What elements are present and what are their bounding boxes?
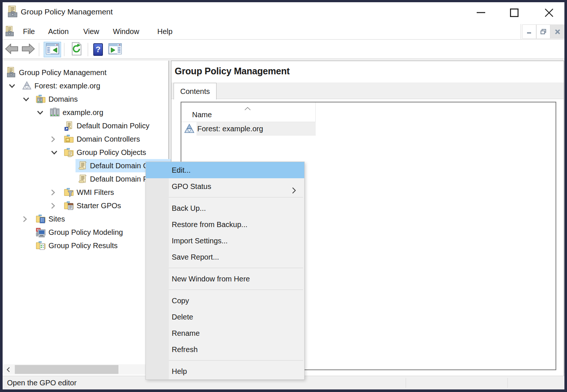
tab-contents[interactable]: Contents xyxy=(174,83,217,99)
domain-controllers-folder-icon xyxy=(62,132,76,146)
tree-item-label: Group Policy Results xyxy=(48,241,118,250)
menu-window[interactable]: Window xyxy=(107,24,145,39)
forest-icon xyxy=(184,124,195,134)
chevron-right-icon[interactable] xyxy=(48,186,62,199)
menu-item-back-up[interactable]: Back Up... xyxy=(146,200,304,216)
chevron-down-icon[interactable] xyxy=(20,92,34,106)
menu-view[interactable]: View xyxy=(77,24,105,39)
action-pane-icon xyxy=(108,43,122,56)
menu-item-delete[interactable]: Delete xyxy=(146,309,304,325)
menu-item-gpo-status[interactable]: GPO Status xyxy=(146,178,304,195)
menu-item-edit[interactable]: Edit... xyxy=(146,162,304,178)
menu-item-restore-from-backup[interactable]: Restore from Backup... xyxy=(146,216,304,233)
toolbar-separator xyxy=(39,43,39,56)
column-header-label: Name xyxy=(192,111,212,119)
chevron-down-icon[interactable] xyxy=(48,146,62,159)
menu-bar: File Action View Window Help xyxy=(3,24,564,40)
tree-item-label: Starter GPOs xyxy=(77,202,121,210)
menu-item-new-window-from-here[interactable]: New Window from Here xyxy=(146,271,304,287)
menu-separator xyxy=(169,360,303,361)
back-button[interactable] xyxy=(4,42,20,57)
show-action-pane-button[interactable] xyxy=(106,42,124,57)
forward-arrow-icon xyxy=(21,44,35,55)
tree-item-group-policy-results[interactable]: Group Policy Results xyxy=(34,239,118,252)
gpmc-icon xyxy=(4,66,18,79)
tree-item-label: WMI Filters xyxy=(77,188,114,197)
tree-item-label: example.org xyxy=(63,108,103,117)
menu-separator xyxy=(169,268,303,268)
domains-folder-icon xyxy=(34,92,47,106)
tree-item-label: Domain Controllers xyxy=(77,135,140,143)
status-separator xyxy=(507,378,508,388)
toolbar-separator xyxy=(64,43,64,56)
menu-item-import-settings[interactable]: Import Settings... xyxy=(146,233,304,249)
forest-icon xyxy=(20,79,33,92)
refresh-icon xyxy=(71,42,83,57)
mdi-minimize-button[interactable] xyxy=(522,24,536,39)
tree-item-default-domain-policy-link[interactable]: Default Domain Policy xyxy=(62,119,150,132)
minimize-button[interactable] xyxy=(472,4,490,21)
gpo-link-icon xyxy=(62,119,76,132)
mdi-close-button[interactable] xyxy=(550,24,564,39)
tree-item-forest[interactable]: Forest: example.org xyxy=(6,79,100,92)
scrollbar-thumb[interactable] xyxy=(15,365,118,374)
menu-item-label: GPO Status xyxy=(172,182,211,190)
column-header-name[interactable]: Name xyxy=(181,102,316,122)
menu-item-copy[interactable]: Copy xyxy=(146,293,304,309)
tree-item-group-policy-management[interactable]: Group Policy Management xyxy=(4,66,107,79)
back-arrow-icon xyxy=(5,44,19,55)
tree-item-example-org[interactable]: example.org xyxy=(34,106,103,119)
tab-label: Contents xyxy=(180,87,210,96)
toolbar-separator xyxy=(88,43,88,56)
results-icon xyxy=(34,239,47,252)
mdi-window-controls xyxy=(521,24,564,39)
app-window: Group Policy Management File Action View… xyxy=(0,0,567,392)
menu-separator xyxy=(169,290,303,290)
mdi-restore-button[interactable] xyxy=(536,24,550,39)
close-button[interactable] xyxy=(540,4,558,21)
tab-strip: Contents xyxy=(171,82,564,99)
tree-item-label: Default Domain Policy xyxy=(77,122,150,130)
menu-separator xyxy=(169,197,303,197)
menu-item-refresh[interactable]: Refresh xyxy=(146,341,304,358)
refresh-button[interactable] xyxy=(68,42,85,57)
window-title: Group Policy Management xyxy=(21,7,113,16)
tree-item-starter-gpos[interactable]: Starter GPOs xyxy=(48,199,121,212)
tree-item-label: Sites xyxy=(48,215,65,223)
show-console-tree-button[interactable] xyxy=(44,42,61,57)
tree-horizontal-scrollbar[interactable] xyxy=(3,364,168,375)
menu-help[interactable]: Help xyxy=(151,24,178,39)
tree-item-group-policy-modeling[interactable]: Group Policy Modeling xyxy=(34,226,123,239)
sort-ascending-icon xyxy=(244,104,251,112)
chevron-right-icon[interactable] xyxy=(48,132,62,146)
forward-button[interactable] xyxy=(20,42,36,57)
help-button[interactable]: ? xyxy=(91,42,105,57)
menu-file[interactable]: File xyxy=(17,24,41,39)
scroll-left-arrow[interactable] xyxy=(3,364,13,375)
chevron-down-icon[interactable] xyxy=(6,79,20,92)
list-row-label: Forest: example.org xyxy=(197,125,263,133)
chevron-right-icon[interactable] xyxy=(48,199,62,212)
tree-item-sites[interactable]: Sites xyxy=(20,212,65,226)
console-tree-pane: Group Policy Management Forest: example.… xyxy=(3,61,169,376)
tree-item-group-policy-objects[interactable]: Group Policy Objects xyxy=(48,146,146,159)
chevron-down-icon[interactable] xyxy=(34,106,48,119)
gpo-icon xyxy=(76,172,89,186)
title-bar[interactable]: Group Policy Management xyxy=(3,2,564,24)
mdi-separator xyxy=(521,24,521,39)
menu-item-save-report[interactable]: Save Report... xyxy=(146,249,304,265)
menu-action[interactable]: Action xyxy=(42,24,75,39)
tree-item-label: Domains xyxy=(48,95,78,104)
maximize-button[interactable] xyxy=(505,4,523,21)
chevron-right-icon[interactable] xyxy=(20,212,34,226)
tree-item-domains[interactable]: Domains xyxy=(20,92,78,106)
list-row-forest[interactable]: Forest: example.org xyxy=(181,122,263,136)
sites-folder-icon xyxy=(34,212,47,226)
tree-item-label: Group Policy Modeling xyxy=(48,228,123,237)
tree-item-label: Group Policy Objects xyxy=(77,148,146,157)
menu-item-rename[interactable]: Rename xyxy=(146,325,304,341)
menu-item-help[interactable]: Help xyxy=(146,363,304,379)
status-separator xyxy=(406,378,406,388)
tree-item-domain-controllers[interactable]: Domain Controllers xyxy=(48,132,140,146)
tree-item-wmi-filters[interactable]: WMI Filters xyxy=(48,186,114,199)
